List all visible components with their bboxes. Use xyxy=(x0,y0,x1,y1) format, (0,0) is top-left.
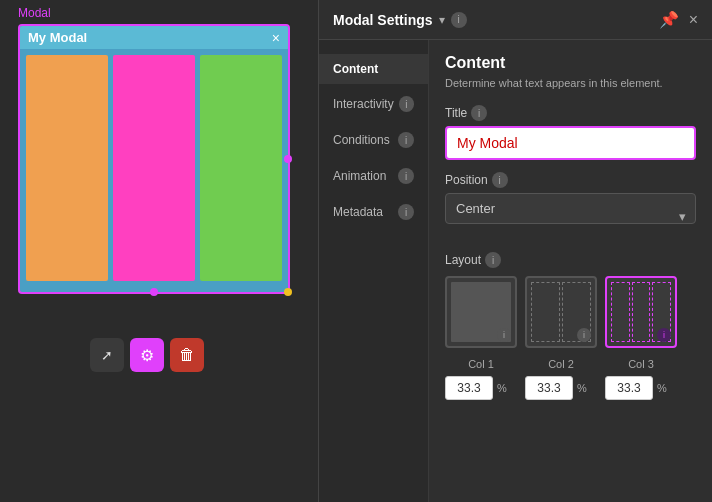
col1-pct: % xyxy=(497,382,507,394)
settings-info-icon[interactable]: i xyxy=(451,12,467,28)
title-input-wrapper xyxy=(445,126,696,160)
layout-info-icon[interactable]: i xyxy=(485,252,501,268)
col3-pct: % xyxy=(657,382,667,394)
title-info-icon[interactable]: i xyxy=(471,105,487,121)
position-select-wrapper: Center Top Bottom Left Right xyxy=(445,193,696,238)
col1-label: Col 1 xyxy=(445,358,517,370)
layout-option-col1[interactable]: i xyxy=(445,276,517,348)
position-label: Position i xyxy=(445,172,696,188)
settings-button[interactable]: ⚙ xyxy=(130,338,164,372)
metadata-info-icon[interactable]: i xyxy=(398,204,414,220)
pin-button[interactable]: 📌 xyxy=(659,10,679,29)
col1-input-group: % xyxy=(445,376,517,400)
layout-label: Layout i xyxy=(445,252,696,268)
layout-options: i i i xyxy=(445,276,696,348)
modal-titlebar: My Modal × xyxy=(20,26,288,49)
nav-label-interactivity: Interactivity xyxy=(333,97,394,111)
modal-col-orange xyxy=(26,55,108,281)
col2-input[interactable] xyxy=(525,376,573,400)
settings-header: Modal Settings ▾ i 📌 × xyxy=(319,0,712,40)
modal-close-button[interactable]: × xyxy=(272,31,280,45)
content-description: Determine what text appears in this elem… xyxy=(445,76,696,91)
chevron-down-icon[interactable]: ▾ xyxy=(439,13,445,27)
open-button[interactable]: ➚ xyxy=(90,338,124,372)
nav-label-content: Content xyxy=(333,62,378,76)
canvas-area: Modal My Modal × ➚ ⚙ 🗑 xyxy=(0,0,318,502)
col1-input[interactable] xyxy=(445,376,493,400)
resize-handle-bottom-center[interactable] xyxy=(150,288,158,296)
nav-label-conditions: Conditions xyxy=(333,133,390,147)
header-actions: 📌 × xyxy=(659,10,698,29)
layout-col-dashed-pink-1 xyxy=(611,282,630,342)
col2-input-group: % xyxy=(525,376,597,400)
col3-input[interactable] xyxy=(605,376,653,400)
resize-handle-bottom-right[interactable] xyxy=(284,288,292,296)
resize-handle-right[interactable] xyxy=(284,155,292,163)
modal-label: Modal xyxy=(18,6,51,20)
col-inputs: % % % xyxy=(445,376,696,400)
settings-panel: Modal Settings ▾ i 📌 × Content Interacti… xyxy=(318,0,712,502)
animation-info-icon[interactable]: i xyxy=(398,168,414,184)
col3-input-group: % xyxy=(605,376,677,400)
nav-label-animation: Animation xyxy=(333,169,386,183)
modal-window: My Modal × xyxy=(18,24,290,294)
layout-col-dashed-pink-2 xyxy=(632,282,651,342)
settings-nav: Content Interactivity i Conditions i Ani… xyxy=(319,40,429,502)
layout-col-dashed-1 xyxy=(531,282,560,342)
open-icon: ➚ xyxy=(101,347,113,363)
nav-item-metadata[interactable]: Metadata i xyxy=(319,196,428,228)
action-buttons: ➚ ⚙ 🗑 xyxy=(90,338,204,372)
settings-title-group: Modal Settings ▾ i xyxy=(333,12,467,28)
layout-option-col2[interactable]: i xyxy=(525,276,597,348)
nav-label-metadata: Metadata xyxy=(333,205,383,219)
layout-option-col3[interactable]: i xyxy=(605,276,677,348)
modal-body xyxy=(20,49,288,287)
nav-item-animation[interactable]: Animation i xyxy=(319,160,428,192)
content-heading: Content xyxy=(445,54,696,72)
position-label-text: Position xyxy=(445,173,488,187)
modal-col-green xyxy=(200,55,282,281)
title-input[interactable] xyxy=(447,128,694,158)
delete-button[interactable]: 🗑 xyxy=(170,338,204,372)
col-labels: Col 1 Col 2 Col 3 xyxy=(445,358,696,370)
nav-item-content[interactable]: Content xyxy=(319,54,428,84)
settings-content: Content Determine what text appears in t… xyxy=(429,40,712,502)
pin-icon: 📌 xyxy=(659,11,679,28)
nav-item-conditions[interactable]: Conditions i xyxy=(319,124,428,156)
title-field-label: Title i xyxy=(445,105,696,121)
close-panel-button[interactable]: × xyxy=(689,11,698,29)
conditions-info-icon[interactable]: i xyxy=(398,132,414,148)
settings-title: Modal Settings xyxy=(333,12,433,28)
trash-icon: 🗑 xyxy=(179,346,195,364)
position-select[interactable]: Center Top Bottom Left Right xyxy=(445,193,696,224)
interactivity-info-icon[interactable]: i xyxy=(399,96,414,112)
modal-title: My Modal xyxy=(28,30,87,45)
layout-label-text: Layout xyxy=(445,253,481,267)
col2-pct: % xyxy=(577,382,587,394)
title-label-text: Title xyxy=(445,106,467,120)
nav-item-interactivity[interactable]: Interactivity i xyxy=(319,88,428,120)
col3-label: Col 3 xyxy=(605,358,677,370)
modal-col-pink xyxy=(113,55,195,281)
position-info-icon[interactable]: i xyxy=(492,172,508,188)
settings-body: Content Interactivity i Conditions i Ani… xyxy=(319,40,712,502)
gear-icon: ⚙ xyxy=(140,346,154,365)
col2-label: Col 2 xyxy=(525,358,597,370)
